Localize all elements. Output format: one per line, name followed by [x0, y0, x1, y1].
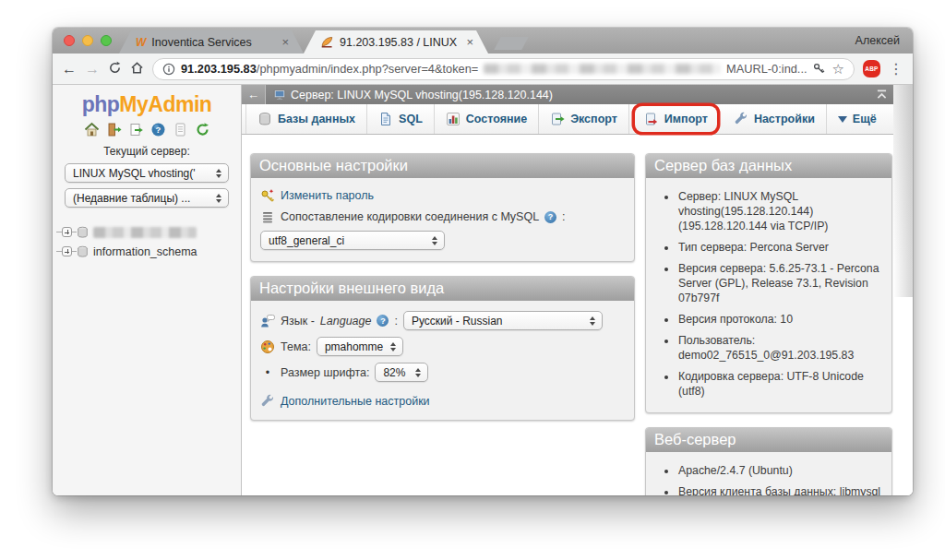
tree-row-information-schema[interactable]: information_schema: [56, 242, 241, 261]
help-icon[interactable]: ?: [544, 211, 556, 223]
url-tail: MAURL-0:ind...: [726, 62, 807, 76]
charset-select[interactable]: utf8_general_ci: [260, 231, 445, 250]
documentation-page-icon[interactable]: [173, 122, 188, 137]
tab-import[interactable]: Импорт: [635, 106, 717, 132]
logout-icon[interactable]: [106, 122, 122, 137]
tab-settings[interactable]: Настройки: [723, 104, 827, 134]
password-key-icon[interactable]: [813, 63, 825, 75]
pma-back-button[interactable]: ←: [242, 85, 266, 104]
server-select-value: LINUX MySQL vhosting(': [73, 167, 196, 180]
browser-profile-name[interactable]: Алексей: [855, 34, 900, 47]
list-item: Версия протокола: 10: [677, 313, 882, 328]
database-icon: [77, 245, 89, 258]
back-icon[interactable]: ←: [62, 62, 77, 77]
breadcrumb[interactable]: Сервер: LINUX MySQL vhosting(195.128.120…: [266, 85, 869, 104]
expand-plus-icon[interactable]: [62, 246, 72, 256]
sidebar-icon-row: ?: [53, 122, 241, 137]
zoom-window-button[interactable]: [101, 35, 112, 46]
charset-select-value: utf8_general_ci: [269, 234, 344, 247]
recent-tables-value: (Недавние таблицы) ...: [73, 192, 190, 205]
section-title: Основные настройки: [251, 154, 634, 178]
change-password-link[interactable]: Изменить пароль: [281, 189, 374, 202]
language-select[interactable]: Русский - Russian: [403, 311, 603, 330]
tab-databases[interactable]: Базы данных: [245, 104, 367, 134]
database-icon: [77, 226, 89, 239]
list-item: Пользователь: demo02_76515_0@91.203.195.…: [677, 334, 882, 363]
advanced-settings-link[interactable]: Дополнительные настройки: [281, 395, 430, 408]
collapse-menubar-icon[interactable]: [869, 85, 893, 104]
pma-main: ← Сервер: LINUX MySQL vhosting(195.128.1…: [242, 85, 913, 495]
language-icon: [260, 314, 275, 328]
tab-export[interactable]: Экспорт: [539, 104, 629, 134]
chevron-down-icon: [838, 116, 847, 123]
phpmyadmin-logo[interactable]: phpMyAdmin: [53, 92, 241, 117]
browser-menu-icon[interactable]: ⋮: [889, 60, 903, 77]
address-bar[interactable]: 91.203.195.83/phpmyadmin/index.php?serve…: [152, 58, 855, 80]
select-stepper-icon: [432, 236, 438, 245]
refresh-icon[interactable]: [195, 122, 210, 137]
breadcrumb-bar: ← Сервер: LINUX MySQL vhosting(195.128.1…: [242, 85, 893, 104]
traffic-lights: [64, 35, 112, 46]
tree-row-blurred-db[interactable]: [56, 222, 241, 242]
page-edge-gradient: [893, 85, 913, 297]
url-path: /phpmyadmin/index.php?server=4&token=: [257, 62, 478, 76]
home-icon[interactable]: [130, 61, 144, 77]
tab-phpmyadmin[interactable]: 91.203.195.83 / LINUX MySQ ×: [304, 30, 488, 54]
query-window-icon[interactable]: [128, 122, 144, 137]
wrench-icon: [260, 394, 275, 409]
databases-icon: [257, 112, 272, 126]
section-title: Настройки внешнего вида: [251, 277, 634, 301]
font-size-value: 82%: [383, 366, 405, 379]
tab-sql[interactable]: SQL: [367, 104, 435, 134]
tab-close-icon[interactable]: ×: [281, 36, 289, 48]
help-icon[interactable]: ?: [377, 315, 389, 327]
list-item: Тип сервера: Percona Server: [677, 241, 882, 256]
page-info-icon[interactable]: [162, 63, 175, 76]
tab-label: SQL: [399, 113, 423, 125]
server-select[interactable]: LINUX MySQL vhosting(': [65, 163, 229, 183]
server-menu-tabs: Базы данных SQL Состояние: [242, 104, 893, 135]
select-stepper-icon: [590, 316, 596, 326]
phpmyadmin-favicon-icon: [320, 35, 334, 49]
expand-plus-icon[interactable]: [62, 227, 72, 237]
tab-title: 91.203.195.83 / LINUX MySQ: [340, 36, 461, 49]
wrench-icon: [734, 112, 748, 126]
minimize-window-button[interactable]: [82, 35, 93, 46]
select-stepper-icon: [216, 194, 222, 203]
appearance-settings-box: Настройки внешнего вида Язык - Language …: [250, 276, 635, 421]
pma-sidebar: phpMyAdmin ?: [53, 85, 242, 495]
database-tree: information_schema: [53, 222, 241, 261]
colon: :: [394, 315, 397, 328]
logo-php: php: [82, 92, 120, 116]
theme-palette-icon: [260, 340, 275, 354]
tab-status[interactable]: Состояние: [435, 104, 539, 134]
recent-tables-select[interactable]: (Недавние таблицы) ...: [65, 188, 229, 208]
adblock-plus-icon[interactable]: ABP: [863, 60, 880, 77]
browser-window: W Inoventica Services × 91.203.195.83 / …: [53, 28, 913, 495]
sql-icon: [378, 112, 393, 126]
list-item: Сервер: LINUX MySQL vhosting(195.128.120…: [677, 190, 882, 234]
theme-select-value: pmahomme: [325, 340, 383, 353]
url-host: 91.203.195.83: [181, 62, 257, 76]
close-window-button[interactable]: [64, 35, 75, 46]
logo-myadmin: MyAdmin: [119, 92, 211, 116]
tab-more[interactable]: Ещё: [827, 104, 888, 134]
general-settings-box: Основные настройки Изменить пароль: [250, 153, 635, 262]
font-size-select[interactable]: 82%: [375, 363, 428, 382]
import-icon: [644, 112, 659, 126]
tab-inoventica[interactable]: W Inoventica Services ×: [119, 30, 304, 54]
breadcrumb-text: Сервер: LINUX MySQL vhosting(195.128.120…: [291, 89, 553, 101]
home-icon[interactable]: [84, 122, 100, 137]
language-label-en: Language: [320, 315, 372, 328]
theme-select[interactable]: pmahomme: [317, 337, 403, 356]
database-server-box: Сервер баз данных Сервер: LINUX MySQL vh…: [645, 153, 892, 413]
tab-close-icon[interactable]: ×: [466, 36, 473, 48]
reload-icon[interactable]: [108, 61, 122, 77]
forward-icon[interactable]: →: [85, 62, 100, 77]
bookmark-star-icon[interactable]: ☆: [832, 62, 844, 76]
new-tab-button[interactable]: [494, 37, 528, 50]
current-server-label: Текущий сервер:: [53, 145, 241, 158]
select-stepper-icon: [216, 169, 222, 178]
docs-help-icon[interactable]: ?: [150, 122, 166, 137]
list-item: Версия сервера: 5.6.25-73.1 - Percona Se…: [677, 262, 882, 306]
